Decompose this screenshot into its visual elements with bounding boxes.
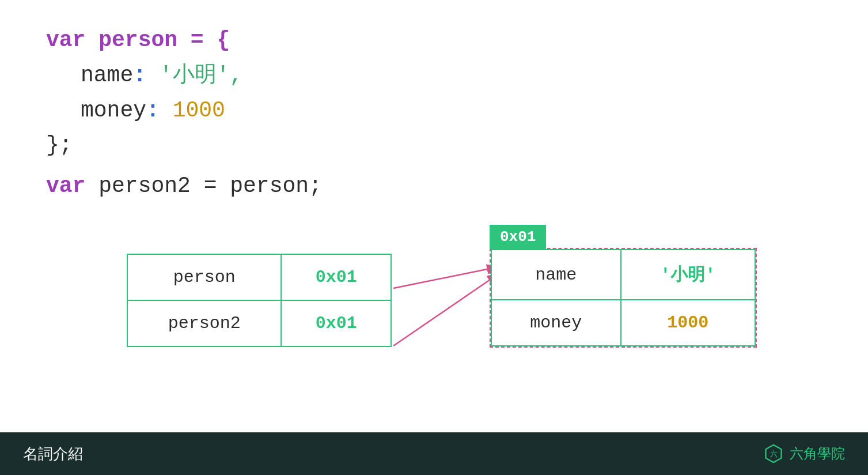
obj-key-money: money (491, 300, 621, 346)
code-line-4: }; (46, 128, 822, 163)
footer-left-label: 名詞介紹 (23, 444, 83, 464)
var-addr-person2: 0x01 (281, 300, 391, 346)
code-colon-2: : (146, 98, 160, 123)
code-person2-assign: person2 = person; (85, 174, 321, 198)
code-line-3: money: 1000 (46, 93, 822, 129)
svg-line-2 (393, 272, 501, 346)
address-badge: 0x01 (490, 225, 546, 249)
code-prop-money: money (81, 98, 146, 123)
code-num-money: 1000 (173, 98, 225, 123)
object-table: name '小明' money 1000 (491, 249, 756, 346)
code-closing-brace: }; (46, 133, 73, 157)
diagram-area: person 0x01 person2 0x01 0x01 name '小明' … (46, 225, 824, 421)
var-row-person2: person2 0x01 (127, 300, 391, 346)
var-label-person2: person2 (127, 300, 281, 346)
svg-text:六: 六 (770, 450, 778, 458)
svg-line-1 (393, 266, 501, 288)
footer-bar: 名詞介紹 六 六角學院 (0, 432, 868, 475)
obj-val-money: 1000 (621, 300, 755, 346)
keyword-var-2: var (46, 174, 85, 198)
obj-row-money: money 1000 (491, 300, 755, 346)
code-block: var person = { name: '小明', money: 1000 }… (46, 23, 822, 204)
object-table-outer: name '小明' money 1000 (490, 248, 757, 348)
hexschool-logo-icon: 六 (763, 443, 784, 464)
obj-val-name: '小明' (621, 250, 755, 300)
code-prop-name: name (81, 63, 133, 88)
code-str-name: '小明', (160, 63, 242, 88)
code-line-5: var person2 = person; (46, 169, 822, 204)
code-space-1 (146, 63, 160, 88)
code-space-2 (160, 98, 173, 123)
obj-row-name: name '小明' (491, 250, 755, 300)
code-colon-1: : (133, 63, 146, 88)
var-addr-person: 0x01 (281, 254, 391, 300)
var-row-person: person 0x01 (127, 254, 391, 300)
code-line-1: var person = { (46, 23, 822, 58)
variable-table: person 0x01 person2 0x01 (127, 254, 392, 347)
footer-brand-name: 六角學院 (790, 444, 845, 463)
var-label-person: person (127, 254, 281, 300)
obj-key-name: name (491, 250, 621, 300)
object-table-wrapper: 0x01 name '小明' money 1000 (490, 225, 757, 348)
keyword-var-1: var person = { (46, 28, 230, 52)
footer-right-brand: 六 六角學院 (763, 443, 845, 464)
code-line-2: name: '小明', (46, 58, 822, 93)
main-content: var person = { name: '小明', money: 1000 }… (0, 0, 868, 432)
